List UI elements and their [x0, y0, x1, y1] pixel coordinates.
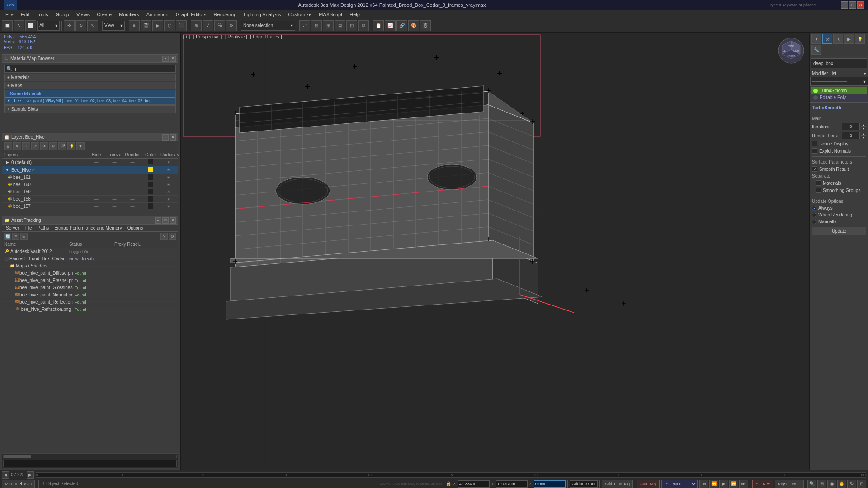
clone-btn[interactable]: ⧉ [358, 20, 369, 31]
utilities-mode-icon[interactable]: 🔧 [811, 45, 821, 55]
exploit-normals-checkbox[interactable]: Exploit Normals [812, 147, 866, 155]
materials-section[interactable]: + Materials [4, 74, 176, 81]
viewport[interactable]: [ + ] [ Perspective ] [ Realistic ] [ Ed… [181, 33, 809, 470]
select-by-name-btn[interactable]: 🔲 [2, 20, 13, 31]
menu-file[interactable]: File [2, 10, 17, 19]
asset-maximize-btn[interactable]: □ [162, 217, 169, 224]
named-selection-dropdown[interactable]: None selection▾ [241, 21, 295, 31]
scrollbar-thumb[interactable] [4, 455, 31, 458]
go-end-btn[interactable]: ⏭ [739, 480, 748, 488]
sample-slots-section[interactable]: + Sample Slots [4, 105, 176, 113]
array-btn[interactable]: ⊠ [335, 20, 345, 31]
menu-rendering[interactable]: Rendering [210, 10, 241, 19]
asset-settings-btn[interactable]: ⚙ [169, 233, 176, 240]
layer-add-selection-btn[interactable]: + [22, 142, 30, 150]
set-key-btn[interactable]: Set Key [752, 480, 773, 488]
render-iters-input[interactable] [842, 132, 860, 139]
menu-customize[interactable]: Customize [284, 10, 315, 19]
iterations-down-btn[interactable]: ▼ [861, 127, 866, 130]
render-iters-down-btn[interactable]: ▼ [861, 136, 866, 139]
menu-animation[interactable]: Animation [143, 10, 172, 19]
render-region-btn[interactable]: ⬛ [176, 20, 187, 31]
asset-close-btn[interactable]: ✕ [170, 217, 176, 224]
scale-btn[interactable]: ⤡ [87, 20, 98, 31]
view-dropdown[interactable]: View▾ [102, 21, 125, 31]
scrollbar-track[interactable] [3, 455, 177, 458]
layer-btn[interactable]: ≡ [129, 20, 140, 31]
always-radio[interactable]: Always [812, 205, 866, 211]
table-row[interactable]: 🐝 bee_159 — — — ☀ [2, 188, 178, 196]
update-button[interactable]: Update [812, 227, 866, 235]
timeline-nav-right[interactable]: ▶ [27, 471, 34, 479]
selected-dropdown[interactable]: Selected [661, 480, 698, 488]
align-btn[interactable]: ⊟ [311, 20, 322, 31]
sample-slots-header[interactable]: + Sample Slots [5, 106, 175, 113]
asset-help-btn[interactable]: ? [160, 233, 168, 240]
layer-render-btn[interactable]: 🎬 [58, 142, 66, 150]
materials-checkbox[interactable]: Materials [812, 179, 866, 187]
render-prod-btn[interactable]: ⬡ [164, 20, 175, 31]
layer-expand-btn[interactable]: ▼ [76, 142, 85, 150]
region-select-btn[interactable]: ⬜ [25, 20, 36, 31]
list-item[interactable]: 📁 Maps / Shaders [2, 263, 178, 270]
field-of-view-btn[interactable]: ◉ [827, 480, 836, 488]
iterations-up-btn[interactable]: ▲ [861, 123, 866, 127]
curve-editor-btn[interactable]: 📈 [385, 20, 396, 31]
prev-frame-btn[interactable]: ⏪ [709, 480, 718, 488]
modifier-list-dropdown-arrow[interactable]: ▾ [864, 71, 866, 76]
move-btn[interactable]: ✛ [64, 20, 75, 31]
layer-mgr-btn[interactable]: 📋 [373, 20, 384, 31]
menu-help[interactable]: Help [346, 10, 363, 19]
menu-group[interactable]: Group [52, 10, 73, 19]
rotate-btn[interactable]: ↻ [75, 20, 86, 31]
list-item[interactable]: 🖼 bee_hive_paint_Diffuse.png Found [2, 270, 178, 277]
next-frame-btn[interactable]: ⏩ [729, 480, 738, 488]
modifier-list-dropdown[interactable]: ──────────── ▾ [810, 77, 868, 86]
x-coord-input[interactable] [458, 480, 490, 488]
asset-menu-options[interactable]: Options [126, 225, 145, 230]
asset-minimize-btn[interactable]: − [155, 217, 161, 224]
table-row[interactable]: 🐝 bee_158 — — — ☀ [2, 196, 178, 203]
when-rendering-radio[interactable]: When Rendering [812, 211, 866, 218]
list-item[interactable]: ⬛ Painted_Brood_Box_Cedar_8_frames_vr...… [2, 255, 178, 263]
maximize-viewport-btn[interactable]: ⊡ [857, 480, 866, 488]
viewport-orientation-cube[interactable]: TOP LEFT RIGHT FRONT [778, 37, 805, 64]
layer-new-btn[interactable]: ⊕ [4, 142, 12, 150]
list-item[interactable]: 🖼 bee_hive_paint_Reflection.png Found [2, 299, 178, 306]
maps-section[interactable]: + Maps [4, 82, 176, 89]
display-mode-icon[interactable]: 💡 [855, 34, 865, 44]
render-explorer-btn[interactable]: 🖼 [420, 20, 431, 31]
percent-snap-btn[interactable]: % [214, 20, 225, 31]
maximize-button[interactable]: □ [849, 1, 856, 9]
scene-materials-header[interactable]: - Scene Materials [5, 90, 175, 97]
browser-search-input[interactable] [14, 66, 147, 71]
list-item[interactable]: 🖼 bee_hive_Refraction.png Found [2, 306, 178, 313]
render-iters-up-btn[interactable]: ▲ [861, 132, 866, 136]
material-item[interactable]: ▼ _bee_hive_paint ( VRayMtl ) [bee_01, b… [5, 97, 175, 104]
table-row[interactable]: ▼ Bee_Hive ✓ — — — ☀ [2, 166, 178, 174]
go-start-btn[interactable]: ⏮ [699, 480, 708, 488]
asset-search-input[interactable] [3, 460, 177, 467]
asset-grid-btn[interactable]: ⊞ [20, 233, 28, 240]
auto-key-btn[interactable]: Auto Key [637, 480, 660, 488]
isoline-display-checkbox[interactable]: Isoline Display [812, 140, 866, 147]
zoom-btn[interactable]: 🔍 [807, 480, 816, 488]
panel-close-btn[interactable]: ✕ [170, 56, 176, 62]
asset-list-btn[interactable]: ≡ [12, 233, 19, 240]
table-row[interactable]: 🐝 bee_161 — — — ☀ [2, 174, 178, 181]
schematic-btn[interactable]: 🔗 [396, 20, 407, 31]
menu-lighting[interactable]: Lighting Analysis [240, 10, 284, 19]
asset-scrollbar[interactable] [2, 453, 178, 459]
motion-mode-icon[interactable]: ▶ [844, 34, 854, 44]
table-row[interactable]: 🐝 bee_157 — — — ☀ [2, 203, 178, 210]
menu-maxscript[interactable]: MAXScript [315, 10, 346, 19]
menu-graph-editors[interactable]: Graph Editors [172, 10, 210, 19]
browser-search[interactable]: 🔍 [4, 65, 176, 73]
hierarchy-mode-icon[interactable]: ⚷ [833, 34, 843, 44]
smooth-result-checkbox[interactable]: ✓ Smooth Result [812, 165, 866, 173]
render-btn[interactable]: ▶ [152, 20, 163, 31]
filter-dropdown[interactable]: All▾ [37, 21, 60, 31]
timeline-track[interactable]: 0 10 20 30 40 50 60 70 80 90 100 [36, 472, 866, 478]
list-item[interactable]: 🖼 bee_hive_paint_Fresnel.png Found [2, 277, 178, 284]
layer-freeze-btn[interactable]: ❄ [49, 142, 57, 150]
